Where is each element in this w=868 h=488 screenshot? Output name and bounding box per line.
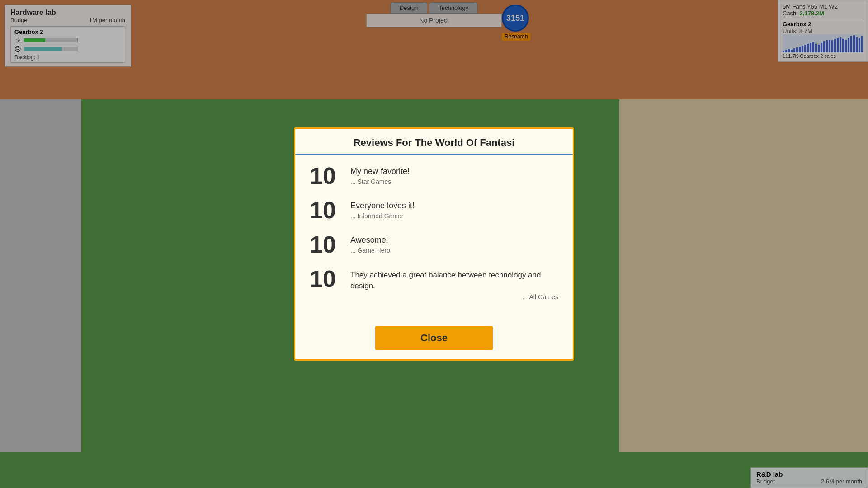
review-item-3: 10They achieved a great balance between … [310,267,558,300]
review-item-1: 10Everyone loves it!... Informed Gamer [310,198,558,222]
review-score-3: 10 [310,267,346,291]
review-text-block-2: Awesome!... Game Hero [350,233,390,254]
review-comment-3: They achieved a great balance between te… [350,270,558,291]
review-comment-1: Everyone loves it! [350,201,415,211]
review-source-0: ... Star Games [350,178,410,185]
review-text-block-3: They achieved a great balance between te… [350,267,558,300]
review-score-2: 10 [310,233,346,256]
review-source-3: ... All Games [350,293,558,300]
review-comment-0: My new favorite! [350,167,410,176]
modal-overlay: Reviews For The World Of Fantasi 10My ne… [0,0,868,488]
review-score-1: 10 [310,198,346,222]
review-source-1: ... Informed Gamer [350,212,415,220]
modal-title: Reviews For The World Of Fantasi [306,137,562,149]
review-comment-2: Awesome! [350,235,390,245]
review-text-block-0: My new favorite!... Star Games [350,164,410,185]
reviews-modal: Reviews For The World Of Fantasi 10My ne… [294,127,574,361]
review-item-2: 10Awesome!... Game Hero [310,233,558,256]
review-text-block-1: Everyone loves it!... Informed Gamer [350,198,415,220]
modal-body: 10My new favorite!... Star Games10Everyo… [295,155,573,320]
modal-header: Reviews For The World Of Fantasi [295,129,573,155]
review-item-0: 10My new favorite!... Star Games [310,164,558,188]
review-score-0: 10 [310,164,346,188]
review-source-2: ... Game Hero [350,247,390,254]
modal-footer: Close [295,320,573,359]
close-button[interactable]: Close [375,326,493,350]
